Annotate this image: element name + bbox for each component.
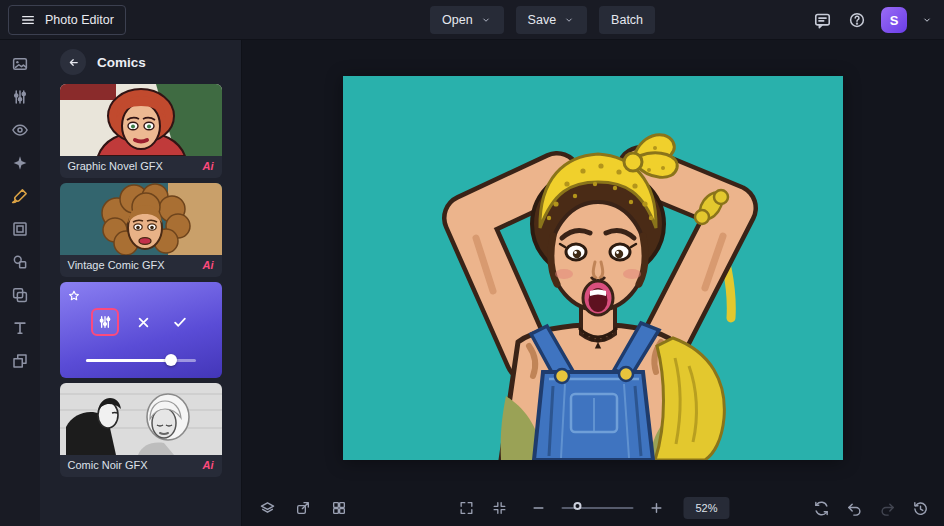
- app-menu-button[interactable]: Photo Editor: [8, 5, 126, 35]
- topbar-actions: Open Save Batch: [430, 0, 655, 40]
- effect-label: Vintage Comic GFX: [68, 259, 165, 271]
- feedback-icon: [813, 11, 832, 30]
- redo-icon: [879, 500, 896, 517]
- compare-button[interactable]: [811, 498, 831, 518]
- eye-icon: [11, 121, 29, 139]
- topbar-right: S: [811, 0, 934, 40]
- app-title: Photo Editor: [45, 13, 114, 27]
- effect-card-comic-noir[interactable]: Comic Noir GFX Ai: [60, 383, 222, 477]
- chevron-down-icon: [563, 14, 575, 26]
- image-icon: [11, 55, 29, 73]
- rail-item-artsy[interactable]: [0, 179, 40, 212]
- rail-item-frames[interactable]: [0, 212, 40, 245]
- overlays-icon: [11, 286, 29, 304]
- redo-button[interactable]: [877, 498, 897, 518]
- help-icon: [848, 11, 866, 29]
- help-button[interactable]: [846, 9, 868, 31]
- zoom-slider-handle[interactable]: [573, 502, 581, 510]
- zoom-level[interactable]: 52%: [683, 497, 729, 519]
- sparkle-icon: [11, 154, 29, 172]
- star-icon: [67, 289, 81, 303]
- hamburger-icon: [20, 12, 36, 28]
- zoom-out-button[interactable]: [528, 498, 548, 518]
- active-effect-card[interactable]: [60, 282, 222, 378]
- slider-fill: [86, 359, 172, 362]
- chevron-down-icon: [921, 14, 933, 26]
- export-icon: [295, 500, 311, 516]
- graphic-novel-thumbnail: [60, 84, 222, 156]
- canvas-image[interactable]: [343, 76, 843, 460]
- actual-size-button[interactable]: [489, 498, 509, 518]
- zoom-slider[interactable]: [561, 502, 633, 514]
- account-avatar[interactable]: S: [881, 7, 907, 33]
- undo-button[interactable]: [844, 498, 864, 518]
- batch-button[interactable]: Batch: [599, 6, 655, 34]
- card-label-row: Graphic Novel GFX Ai: [60, 156, 222, 178]
- card-label-row: Vintage Comic GFX Ai: [60, 255, 222, 277]
- slider-handle[interactable]: [165, 354, 177, 366]
- rail-item-edit[interactable]: [0, 80, 40, 113]
- rail-item-textures[interactable]: [0, 344, 40, 377]
- tool-rail: [0, 40, 40, 526]
- rail-item-library[interactable]: [0, 47, 40, 80]
- check-icon: [171, 313, 189, 331]
- zoom-controls: 52%: [456, 490, 729, 526]
- rail-item-text[interactable]: [0, 311, 40, 344]
- apply-effect-button[interactable]: [169, 311, 191, 333]
- history-controls: [811, 490, 930, 526]
- open-button-label: Open: [442, 13, 473, 27]
- apps-grid-button[interactable]: [329, 498, 349, 518]
- ai-badge: Ai: [203, 459, 214, 471]
- vintage-comic-thumbnail: [60, 183, 222, 255]
- save-button-label: Save: [528, 13, 557, 27]
- back-button[interactable]: [60, 49, 86, 75]
- effect-card-vintage-comic[interactable]: Vintage Comic GFX Ai: [60, 183, 222, 277]
- zoom-out-icon: [530, 500, 546, 516]
- rail-item-overlays[interactable]: [0, 278, 40, 311]
- effect-label: Comic Noir GFX: [68, 459, 148, 471]
- actual-size-icon: [491, 500, 507, 516]
- compare-icon: [813, 500, 830, 517]
- adjust-sliders-icon: [11, 88, 29, 106]
- shapes-icon: [11, 253, 29, 271]
- favorite-button[interactable]: [67, 289, 81, 303]
- cancel-effect-button[interactable]: [133, 311, 155, 333]
- textures-icon: [11, 352, 29, 370]
- photo-editor-app: Photo Editor Open Save Batch S: [0, 0, 944, 526]
- account-menu-button[interactable]: [920, 9, 934, 31]
- rail-item-graphics[interactable]: [0, 245, 40, 278]
- rail-item-effects[interactable]: [0, 146, 40, 179]
- export-button[interactable]: [293, 498, 313, 518]
- effect-controls: [60, 308, 222, 336]
- comic-noir-thumbnail: [60, 383, 222, 455]
- open-button[interactable]: Open: [430, 6, 504, 34]
- chevron-down-icon: [480, 14, 492, 26]
- grid-icon: [331, 500, 347, 516]
- panel-header: Comics: [40, 40, 241, 84]
- effect-intensity-slider[interactable]: [86, 354, 196, 366]
- effect-label: Graphic Novel GFX: [68, 160, 163, 172]
- fit-screen-icon: [458, 500, 474, 516]
- zoom-slider-track: [561, 507, 633, 509]
- effect-settings-button[interactable]: [91, 308, 119, 336]
- zoom-in-icon: [648, 500, 664, 516]
- feedback-button[interactable]: [811, 9, 833, 31]
- save-button[interactable]: Save: [516, 6, 588, 34]
- comics-panel: Comics Graphic Novel GFX Ai: [40, 40, 242, 526]
- undo-icon: [846, 500, 863, 517]
- statusbar: 52%: [242, 490, 944, 526]
- history-button[interactable]: [910, 498, 930, 518]
- settings-sliders-icon: [97, 314, 113, 330]
- rail-item-touchup[interactable]: [0, 113, 40, 146]
- batch-button-label: Batch: [611, 13, 643, 27]
- canvas-area: 52%: [242, 40, 944, 526]
- zoom-in-button[interactable]: [646, 498, 666, 518]
- ai-badge: Ai: [203, 259, 214, 271]
- fit-screen-button[interactable]: [456, 498, 476, 518]
- layers-button[interactable]: [257, 498, 277, 518]
- avatar-initial: S: [890, 13, 899, 28]
- pop-art-portrait: [343, 76, 843, 460]
- effect-card-graphic-novel[interactable]: Graphic Novel GFX Ai: [60, 84, 222, 178]
- ai-badge: Ai: [203, 160, 214, 172]
- back-arrow-icon: [66, 55, 81, 70]
